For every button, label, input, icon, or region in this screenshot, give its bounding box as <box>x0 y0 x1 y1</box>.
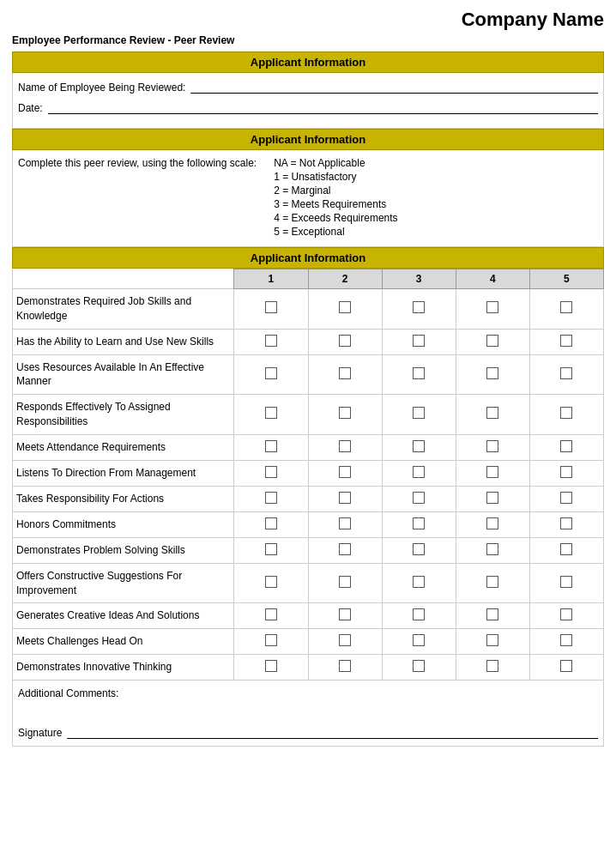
checkbox-icon[interactable] <box>560 608 572 620</box>
checkbox-icon[interactable] <box>560 301 572 313</box>
check-cell[interactable] <box>382 434 456 460</box>
check-cell[interactable] <box>234 511 308 537</box>
check-cell[interactable] <box>456 460 529 486</box>
checkbox-icon[interactable] <box>339 367 351 379</box>
checkbox-icon[interactable] <box>486 440 498 452</box>
check-cell[interactable] <box>529 460 603 486</box>
checkbox-icon[interactable] <box>339 517 351 529</box>
check-cell[interactable] <box>529 563 603 603</box>
check-cell[interactable] <box>382 537 456 563</box>
checkbox-icon[interactable] <box>265 301 277 313</box>
checkbox-icon[interactable] <box>265 407 277 419</box>
checkbox-icon[interactable] <box>560 492 572 504</box>
checkbox-icon[interactable] <box>486 660 498 672</box>
checkbox-icon[interactable] <box>413 407 425 419</box>
checkbox-icon[interactable] <box>339 634 351 646</box>
check-cell[interactable] <box>456 511 529 537</box>
check-cell[interactable] <box>382 395 456 435</box>
check-cell[interactable] <box>308 603 382 629</box>
check-cell[interactable] <box>456 434 529 460</box>
checkbox-icon[interactable] <box>560 517 572 529</box>
check-cell[interactable] <box>308 563 382 603</box>
checkbox-icon[interactable] <box>560 576 572 588</box>
check-cell[interactable] <box>308 537 382 563</box>
check-cell[interactable] <box>456 395 529 435</box>
checkbox-icon[interactable] <box>560 660 572 672</box>
checkbox-icon[interactable] <box>486 517 498 529</box>
checkbox-icon[interactable] <box>486 335 498 347</box>
check-cell[interactable] <box>234 563 308 603</box>
check-cell[interactable] <box>382 629 456 655</box>
checkbox-icon[interactable] <box>339 608 351 620</box>
checkbox-icon[interactable] <box>486 301 498 313</box>
check-cell[interactable] <box>529 395 603 435</box>
checkbox-icon[interactable] <box>413 543 425 555</box>
checkbox-icon[interactable] <box>486 634 498 646</box>
check-cell[interactable] <box>456 354 529 395</box>
check-cell[interactable] <box>382 329 456 354</box>
check-cell[interactable] <box>382 603 456 629</box>
checkbox-icon[interactable] <box>413 335 425 347</box>
checkbox-icon[interactable] <box>413 576 425 588</box>
date-input[interactable] <box>48 100 598 114</box>
check-cell[interactable] <box>234 460 308 486</box>
check-cell[interactable] <box>234 537 308 563</box>
checkbox-icon[interactable] <box>339 492 351 504</box>
checkbox-icon[interactable] <box>486 407 498 419</box>
check-cell[interactable] <box>308 460 382 486</box>
check-cell[interactable] <box>456 655 529 681</box>
checkbox-icon[interactable] <box>560 367 572 379</box>
check-cell[interactable] <box>382 486 456 511</box>
check-cell[interactable] <box>308 511 382 537</box>
check-cell[interactable] <box>382 655 456 681</box>
checkbox-icon[interactable] <box>339 407 351 419</box>
check-cell[interactable] <box>529 603 603 629</box>
checkbox-icon[interactable] <box>486 543 498 555</box>
checkbox-icon[interactable] <box>265 543 277 555</box>
check-cell[interactable] <box>529 329 603 354</box>
check-cell[interactable] <box>308 395 382 435</box>
checkbox-icon[interactable] <box>560 466 572 478</box>
check-cell[interactable] <box>529 629 603 655</box>
check-cell[interactable] <box>529 289 603 330</box>
checkbox-icon[interactable] <box>265 660 277 672</box>
checkbox-icon[interactable] <box>265 576 277 588</box>
check-cell[interactable] <box>308 655 382 681</box>
checkbox-icon[interactable] <box>560 634 572 646</box>
checkbox-icon[interactable] <box>339 440 351 452</box>
checkbox-icon[interactable] <box>560 440 572 452</box>
checkbox-icon[interactable] <box>486 608 498 620</box>
check-cell[interactable] <box>234 655 308 681</box>
checkbox-icon[interactable] <box>413 608 425 620</box>
check-cell[interactable] <box>529 537 603 563</box>
checkbox-icon[interactable] <box>265 466 277 478</box>
checkbox-icon[interactable] <box>413 517 425 529</box>
check-cell[interactable] <box>308 354 382 395</box>
check-cell[interactable] <box>234 603 308 629</box>
check-cell[interactable] <box>529 354 603 395</box>
signature-input[interactable] <box>67 725 598 739</box>
checkbox-icon[interactable] <box>560 543 572 555</box>
checkbox-icon[interactable] <box>265 517 277 529</box>
check-cell[interactable] <box>308 486 382 511</box>
check-cell[interactable] <box>308 329 382 354</box>
check-cell[interactable] <box>529 486 603 511</box>
check-cell[interactable] <box>382 563 456 603</box>
checkbox-icon[interactable] <box>413 634 425 646</box>
check-cell[interactable] <box>308 434 382 460</box>
checkbox-icon[interactable] <box>339 301 351 313</box>
checkbox-icon[interactable] <box>560 335 572 347</box>
checkbox-icon[interactable] <box>265 367 277 379</box>
checkbox-icon[interactable] <box>413 301 425 313</box>
checkbox-icon[interactable] <box>560 407 572 419</box>
check-cell[interactable] <box>382 354 456 395</box>
checkbox-icon[interactable] <box>486 367 498 379</box>
check-cell[interactable] <box>456 537 529 563</box>
employee-name-input[interactable] <box>190 80 598 94</box>
checkbox-icon[interactable] <box>265 608 277 620</box>
check-cell[interactable] <box>234 629 308 655</box>
checkbox-icon[interactable] <box>413 440 425 452</box>
check-cell[interactable] <box>234 486 308 511</box>
check-cell[interactable] <box>382 460 456 486</box>
check-cell[interactable] <box>456 603 529 629</box>
